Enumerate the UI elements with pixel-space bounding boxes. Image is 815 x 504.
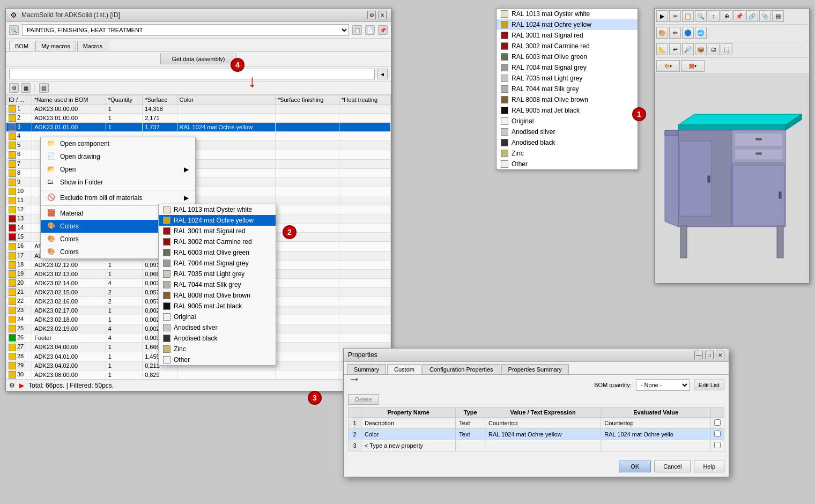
ok-button[interactable]: OK: [619, 461, 651, 472]
rt-btn-15[interactable]: 📐: [656, 43, 668, 55]
color-list-item[interactable]: RAL 7044 mat Silk grey: [497, 84, 638, 94]
color-submenu-item[interactable]: RAL 1024 mat Ochre yellow: [159, 215, 276, 226]
rt-btn-5[interactable]: ↕: [708, 10, 720, 22]
color-submenu-item[interactable]: Original: [159, 312, 276, 322]
color-submenu-item[interactable]: RAL 7004 mat Signal grey: [159, 258, 276, 269]
color-list-item[interactable]: Original: [497, 116, 638, 127]
dialog-max-btn[interactable]: □: [705, 351, 714, 359]
props-table-row[interactable]: 3 < Type a new property: [349, 440, 724, 451]
rt-btn-14[interactable]: 🌐: [695, 27, 707, 39]
color-list-item[interactable]: RAL 3001 mat Signal red: [497, 30, 638, 41]
col-color[interactable]: Color: [177, 95, 275, 105]
row-checkbox[interactable]: [714, 442, 721, 448]
rt-material-btn[interactable]: 🧱▾: [681, 60, 705, 72]
color-list-item[interactable]: Zinc: [497, 148, 638, 159]
rt-btn-9[interactable]: 📎: [759, 10, 771, 22]
color-list-item[interactable]: RAL 9005 mat Jet black: [497, 105, 638, 116]
ctx-open-component[interactable]: 📁 Open component: [41, 137, 195, 150]
color-list-item[interactable]: Other: [497, 159, 638, 169]
color-submenu-item[interactable]: RAL 1013 mat Oyster white: [159, 204, 276, 215]
table-row[interactable]: 3 ADK23.01.01.00 1 1,737 RAL 1024 mat Oc…: [6, 123, 391, 132]
rt-btn-19[interactable]: 🗂: [708, 43, 720, 55]
col-ht[interactable]: *Heat treating: [339, 95, 390, 105]
color-list-item[interactable]: RAL 1024 mat Ochre yellow: [497, 19, 638, 30]
rt-btn-18[interactable]: 📦: [695, 43, 707, 55]
tab-macros[interactable]: Macros: [77, 41, 108, 51]
delete-button[interactable]: Delete: [348, 394, 379, 405]
table-row[interactable]: 2 ADK23.01.00.00 1 2,171: [6, 114, 391, 123]
row-checkbox[interactable]: [714, 419, 721, 426]
settings-icon[interactable]: ⚙: [9, 83, 19, 93]
rt-btn-8[interactable]: 🔗: [746, 10, 758, 22]
rt-btn-10[interactable]: ▤: [772, 10, 784, 22]
rt-btn-1[interactable]: ▶: [656, 10, 668, 22]
tab-bom[interactable]: BOM: [9, 41, 34, 51]
search-input[interactable]: [9, 69, 375, 79]
color-submenu-item[interactable]: RAL 7044 mat Silk grey: [159, 279, 276, 290]
help-button[interactable]: Help: [694, 461, 724, 472]
color-submenu-item[interactable]: RAL 7035 mat Light grey: [159, 269, 276, 279]
toolbar-btn2[interactable]: 📄: [365, 25, 375, 35]
toolbar-btn1[interactable]: 📋: [352, 25, 362, 35]
color-submenu-item[interactable]: RAL 9005 mat Jet black: [159, 301, 276, 312]
cancel-button[interactable]: Cancel: [654, 461, 691, 472]
col-sf[interactable]: *Surface finishing: [275, 95, 339, 105]
ctx-open[interactable]: 📂 Open ▶: [41, 163, 195, 176]
toolbar-icon-search[interactable]: 🔍: [9, 25, 19, 35]
settings-status-icon[interactable]: ⚙: [9, 382, 15, 389]
col-surface[interactable]: *Surface: [143, 95, 177, 105]
color-submenu-item[interactable]: RAL 6003 mat Olive green: [159, 247, 276, 258]
search-collapse-btn[interactable]: ◄: [377, 69, 388, 79]
dialog-close-btn[interactable]: ✕: [716, 351, 724, 359]
rt-btn-11[interactable]: 🎨: [656, 27, 668, 39]
rt-btn-6[interactable]: ⊕: [721, 10, 732, 22]
dlg-tab-propsum[interactable]: Properties Summary: [501, 364, 569, 374]
ctx-open-drawing[interactable]: 📄 Open drawing: [41, 150, 195, 163]
color-submenu-item[interactable]: Other: [159, 354, 276, 365]
color-submenu-item[interactable]: Anodised silver: [159, 322, 276, 333]
col-name[interactable]: *Name used in BOM: [32, 95, 106, 105]
color-list-item[interactable]: RAL 6003 mat Olive green: [497, 51, 638, 62]
color-submenu-item[interactable]: Anodised black: [159, 333, 276, 344]
props-table-row[interactable]: 2 Color Text RAL 1024 mat Ochre yellow R…: [349, 429, 724, 440]
rt-btn-13[interactable]: 🔵: [682, 27, 694, 39]
get-data-button[interactable]: Get data (assembly): [160, 54, 236, 64]
rt-btn-12[interactable]: ✏: [669, 27, 681, 39]
rt-color-btn[interactable]: 🎨▾: [656, 60, 680, 72]
ctx-show-folder[interactable]: 🗂 Show in Folder: [41, 176, 195, 189]
dialog-min-btn[interactable]: —: [694, 351, 703, 359]
col-id[interactable]: ID / ...: [6, 95, 32, 105]
col-qty[interactable]: *Quantity: [106, 95, 142, 105]
color-list-item[interactable]: RAL 1013 mat Oyster white: [497, 9, 638, 19]
table-row[interactable]: 1 ADK23.00.00.00 1 14,318: [6, 105, 391, 114]
rt-btn-16[interactable]: ↩: [669, 43, 681, 55]
color-list-item[interactable]: RAL 7004 mat Signal grey: [497, 62, 638, 73]
color-list-item[interactable]: RAL 8008 mat Olive brown: [497, 94, 638, 105]
color-submenu-item[interactable]: RAL 3002 mat Carmine red: [159, 236, 276, 247]
color-submenu-item[interactable]: RAL 3001 mat Signal red: [159, 226, 276, 236]
rt-btn-20[interactable]: ⬚: [721, 43, 732, 55]
rt-btn-7[interactable]: 📌: [734, 10, 745, 22]
edit-list-button[interactable]: Edit List: [694, 380, 724, 390]
color-list-item[interactable]: RAL 3002 mat Carmine red: [497, 41, 638, 51]
toolbar-btn3[interactable]: 📌: [378, 25, 388, 35]
tab-mymacros[interactable]: My macros: [35, 41, 76, 51]
macro-dropdown[interactable]: PAINTING, FINISHING, HEAT TREATMENT: [22, 24, 349, 36]
dlg-tab-custom[interactable]: Custom: [387, 364, 421, 374]
bom-qty-select[interactable]: - None -: [636, 379, 690, 391]
ctx-exclude[interactable]: 🚫 Exclude from bill of materials ▶: [41, 191, 195, 204]
grid-icon[interactable]: ▦: [21, 83, 31, 93]
color-list-item[interactable]: Anodised silver: [497, 127, 638, 137]
settings-btn[interactable]: ⚙: [367, 11, 376, 19]
color-list-item[interactable]: RAL 7035 mat Light grey: [497, 73, 638, 84]
color-submenu-item[interactable]: Zinc: [159, 344, 276, 354]
dlg-tab-config[interactable]: Configuration Properties: [423, 364, 500, 374]
rt-btn-2[interactable]: ✂: [669, 10, 681, 22]
rt-btn-17[interactable]: 🔎: [682, 43, 694, 55]
props-table-row[interactable]: 1 Description Text Countertop Countertop: [349, 418, 724, 429]
toolbar-extra[interactable]: ▤: [39, 83, 49, 93]
rt-btn-4[interactable]: 🔍: [695, 10, 707, 22]
table-row[interactable]: 30 ADK23.08.00.00 1 0,829: [6, 370, 391, 379]
close-btn[interactable]: ✕: [378, 11, 387, 19]
color-submenu-item[interactable]: RAL 8008 mat Olive brown: [159, 290, 276, 301]
